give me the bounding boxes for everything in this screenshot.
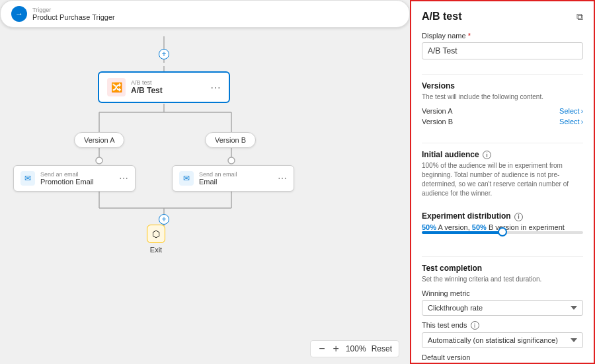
ab-test-node[interactable]: 🔀 A/B test A/B Test ⋯: [98, 71, 230, 103]
initial-audience-desc: 100% of the audience will be in experime…: [422, 161, 583, 198]
ab-node-name: A/B Test: [131, 86, 205, 95]
canvas-toolbar: − + 100% Reset: [310, 340, 399, 357]
initial-audience-section: Initial audience i 100% of the audience …: [422, 150, 583, 203]
display-name-group: Display name *: [422, 32, 583, 59]
slider-fill: [422, 231, 502, 234]
versions-title: Versions: [422, 81, 583, 91]
slider-thumb[interactable]: [498, 227, 507, 237]
test-completion-title: Test completion: [422, 264, 583, 273]
versions-desc: The test will include the following cont…: [422, 92, 583, 102]
test-ends-info-icon[interactable]: i: [471, 321, 479, 330]
version-a-name: Version A: [422, 107, 452, 115]
email-menu-b[interactable]: ⋯: [278, 173, 287, 184]
version-a-chevron: ›: [581, 108, 583, 115]
trigger-label: Trigger: [32, 7, 115, 13]
version-a-row: Version A Select ›: [422, 107, 583, 115]
version-b-select[interactable]: Select ›: [559, 118, 583, 126]
slider-track: [422, 231, 583, 234]
version-a-label: Version A: [84, 136, 114, 144]
panel-expand-icon[interactable]: ⧉: [576, 11, 583, 22]
panel-header: A/B test ⧉: [422, 11, 583, 22]
version-a-node[interactable]: Version A: [74, 132, 124, 148]
versions-section: Versions The test will include the follo…: [422, 81, 583, 128]
test-completion-section: Test completion Set the winning criteria…: [422, 264, 583, 364]
version-b-row: Version B Select ›: [422, 118, 583, 126]
add-step-button-1[interactable]: +: [159, 49, 169, 59]
email-icon-a: ✉: [20, 171, 35, 186]
ab-node-label: A/B test: [131, 79, 205, 86]
distribution-slider[interactable]: [422, 231, 583, 234]
trigger-icon: →: [11, 6, 27, 22]
zoom-level: 100%: [346, 344, 366, 353]
version-b-node[interactable]: Version B: [205, 132, 256, 148]
canvas: → Trigger Product Purchase Trigger + 🔀 A…: [0, 0, 410, 364]
panel-title: A/B test: [422, 11, 461, 22]
display-name-label: Display name *: [422, 32, 583, 40]
trigger-text-block: Trigger Product Purchase Trigger: [32, 7, 115, 21]
ab-test-panel: A/B test ⧉ Display name * Versions The t…: [410, 0, 595, 364]
email-name-a: Promotion Email: [40, 178, 114, 186]
exit-node: ⬡ Exit: [147, 225, 165, 254]
email-node-a[interactable]: ✉ Send an email Promotion Email ⋯: [13, 165, 136, 192]
version-a-select[interactable]: Select ›: [559, 107, 583, 115]
test-completion-desc: Set the winning criteria and test durati…: [422, 275, 583, 284]
exit-icon: ⬡: [147, 225, 165, 243]
dist-a-value: 50%: [422, 223, 436, 231]
add-step-button-2[interactable]: +: [159, 214, 169, 225]
email-label-b: Send an email: [199, 171, 272, 178]
winning-metric-label: Winning metric: [422, 289, 583, 297]
default-version-label: Default version: [422, 353, 583, 361]
experiment-dist-info-icon[interactable]: i: [514, 213, 523, 221]
display-name-input[interactable]: [422, 42, 583, 59]
test-ends-label: This test ends i: [422, 321, 583, 330]
svg-point-16: [228, 157, 235, 164]
email-name-b: Email: [199, 178, 272, 186]
version-b-chevron: ›: [581, 118, 583, 126]
version-b-label: Version B: [215, 136, 246, 144]
ab-node-menu[interactable]: ⋯: [210, 81, 221, 94]
email-node-b[interactable]: ✉ Send an email Email ⋯: [172, 165, 294, 192]
zoom-out-button[interactable]: −: [317, 344, 326, 354]
dist-label-a: A version,: [438, 223, 469, 231]
reset-button[interactable]: Reset: [372, 344, 392, 353]
initial-audience-title: Initial audience i: [422, 150, 583, 159]
email-icon-b: ✉: [179, 171, 194, 186]
trigger-name: Product Purchase Trigger: [32, 13, 115, 21]
dist-b-value: 50%: [472, 223, 487, 231]
exit-label: Exit: [150, 246, 162, 254]
experiment-dist-section: Experiment distribution i 50% A version,…: [422, 211, 583, 241]
initial-audience-info-icon[interactable]: i: [483, 151, 491, 159]
test-ends-select[interactable]: Automatically (on statistical significan…: [422, 332, 583, 348]
svg-point-15: [96, 157, 102, 164]
email-label-a: Send an email: [40, 171, 114, 178]
ab-icon: 🔀: [107, 78, 126, 96]
winning-metric-select[interactable]: Clickthrough rate: [422, 300, 583, 316]
zoom-in-button[interactable]: +: [332, 344, 340, 354]
experiment-dist-title: Experiment distribution i: [422, 211, 583, 221]
trigger-node[interactable]: → Trigger Product Purchase Trigger: [0, 0, 410, 28]
version-b-name: Version B: [422, 118, 453, 126]
email-menu-a[interactable]: ⋯: [119, 173, 128, 184]
